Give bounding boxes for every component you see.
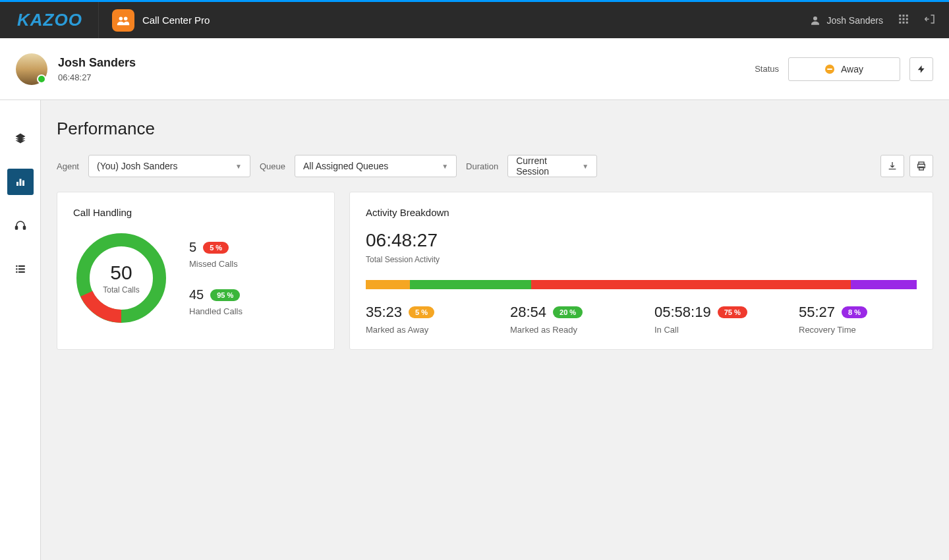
svg-rect-8 — [906, 18, 908, 20]
svg-rect-16 — [23, 227, 25, 230]
agent-select-value: (You) Josh Sanders — [97, 161, 177, 171]
status-select[interactable]: Away — [788, 57, 900, 81]
activity-col-away: 35:23 5 % Marked as Away — [366, 304, 484, 335]
activity-seg-ready — [410, 280, 531, 289]
app-title: Call Center Pro — [142, 14, 210, 26]
ready-pct: 20 % — [553, 306, 583, 318]
total-calls-label: Total Calls — [103, 285, 139, 294]
activity-seg-away — [366, 280, 410, 289]
handled-calls-row: 45 95 % Handled Calls — [189, 287, 243, 316]
logout-icon[interactable] — [924, 13, 936, 28]
ready-value: 28:54 — [510, 304, 546, 321]
status-label: Status — [755, 64, 779, 74]
headset-icon — [14, 219, 26, 231]
download-icon — [887, 161, 898, 171]
incall-label: In Call — [654, 325, 772, 335]
away-status-icon — [825, 65, 834, 74]
print-icon — [916, 161, 927, 171]
user-icon — [809, 14, 821, 26]
activity-seg-incall — [531, 280, 851, 289]
chevron-down-icon: ▼ — [442, 163, 448, 170]
away-value: 35:23 — [366, 304, 402, 321]
recovery-value: 55:27 — [799, 304, 835, 321]
agent-filter-label: Agent — [57, 161, 79, 171]
handled-calls-value: 45 — [189, 287, 204, 302]
svg-point-1 — [124, 16, 128, 20]
activity-col-ready: 28:54 20 % Marked as Ready — [510, 304, 628, 335]
queue-select[interactable]: All Assigned Queues ▼ — [295, 155, 457, 177]
svg-rect-22 — [18, 271, 25, 273]
avatar — [16, 53, 47, 85]
header-user[interactable]: Josh Sanders — [809, 14, 883, 26]
recovery-label: Recovery Time — [799, 325, 917, 335]
svg-rect-21 — [16, 271, 17, 273]
activity-breakdown-card: Activity Breakdown 06:48:27 Total Sessio… — [349, 192, 933, 350]
user-name: Josh Sanders — [58, 56, 136, 70]
apps-grid-icon[interactable] — [898, 13, 909, 28]
download-button[interactable] — [880, 155, 904, 177]
agent-select[interactable]: (You) Josh Sanders ▼ — [88, 155, 250, 177]
svg-rect-3 — [899, 14, 901, 16]
svg-rect-6 — [899, 18, 901, 20]
activity-seg-recovery — [851, 280, 917, 289]
total-calls-value: 50 — [110, 262, 132, 284]
svg-point-2 — [813, 16, 817, 20]
call-handling-title: Call Handling — [73, 207, 318, 218]
svg-rect-14 — [22, 181, 24, 186]
queue-filter-label: Queue — [260, 161, 285, 171]
duration-filter-label: Duration — [466, 161, 498, 171]
chevron-down-icon: ▼ — [582, 163, 589, 170]
sidebar-item-list[interactable] — [7, 256, 34, 282]
status-value: Away — [841, 64, 863, 74]
app-icon — [112, 9, 134, 32]
away-pct: 5 % — [409, 306, 434, 318]
brand-logo: KAZOO — [17, 10, 82, 30]
list-icon — [14, 263, 26, 275]
filters: Agent (You) Josh Sanders ▼ Queue All Ass… — [57, 155, 933, 177]
activity-total-label: Total Session Activity — [366, 255, 917, 264]
svg-rect-9 — [899, 21, 901, 23]
missed-calls-row: 5 5 % Missed Calls — [189, 240, 243, 269]
svg-point-0 — [119, 16, 123, 20]
svg-rect-17 — [16, 266, 17, 267]
duration-select-value: Current Session — [516, 155, 582, 177]
svg-rect-7 — [903, 18, 905, 20]
missed-calls-pct: 5 % — [203, 242, 229, 254]
svg-rect-12 — [16, 182, 18, 186]
activity-total-time: 06:48:27 — [366, 230, 917, 251]
bolt-icon — [917, 65, 926, 74]
call-handling-card: Call Handling 50 Total Calls — [57, 192, 335, 350]
svg-rect-18 — [18, 266, 25, 267]
svg-rect-4 — [903, 14, 905, 16]
header-user-name: Josh Sanders — [826, 15, 883, 26]
activity-bar — [366, 280, 917, 289]
handled-calls-pct: 95 % — [210, 289, 240, 301]
sidebar — [0, 100, 41, 560]
svg-rect-5 — [906, 14, 908, 16]
svg-rect-11 — [906, 21, 908, 23]
missed-calls-label: Missed Calls — [189, 259, 243, 269]
incall-value: 05:58:19 — [654, 304, 711, 321]
ready-label: Marked as Ready — [510, 325, 628, 335]
session-time: 06:48:27 — [58, 72, 136, 82]
divider — [98, 2, 99, 38]
chevron-down-icon: ▼ — [235, 163, 242, 170]
header: KAZOO Call Center Pro Josh Sanders — [0, 2, 949, 38]
print-button[interactable] — [909, 155, 933, 177]
recovery-pct: 8 % — [842, 306, 867, 318]
quick-action-button[interactable] — [909, 57, 933, 81]
sidebar-item-layers[interactable] — [7, 125, 34, 152]
page-title: Performance — [57, 119, 933, 139]
handled-calls-label: Handled Calls — [189, 306, 243, 316]
main-content: Performance Agent (You) Josh Sanders ▼ Q… — [41, 100, 949, 560]
layers-icon — [14, 132, 26, 144]
queue-select-value: All Assigned Queues — [303, 161, 388, 171]
svg-rect-10 — [903, 21, 905, 23]
missed-calls-value: 5 — [189, 240, 196, 255]
sidebar-item-performance[interactable] — [7, 169, 34, 195]
bar-chart-icon — [14, 176, 26, 188]
duration-select[interactable]: Current Session ▼ — [507, 155, 597, 177]
activity-col-incall: 05:58:19 75 % In Call — [654, 304, 772, 335]
svg-rect-20 — [18, 268, 25, 269]
sidebar-item-headset[interactable] — [7, 212, 34, 238]
